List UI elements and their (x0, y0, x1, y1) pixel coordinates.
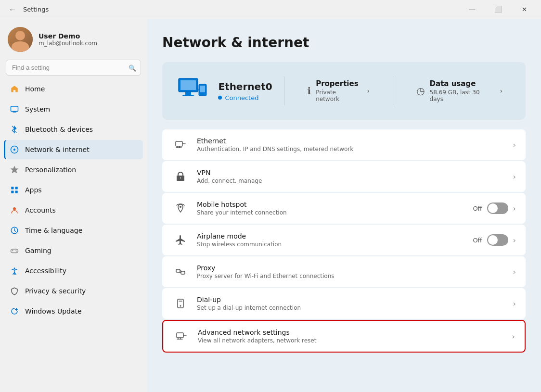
data-usage-label: Data usage (430, 79, 491, 88)
svg-point-23 (180, 305, 181, 307)
hotspot-item-sub: Share your internet connection (197, 209, 465, 216)
ethernet-adapter-icon (174, 72, 210, 110)
hotspot-toggle-knob (488, 203, 498, 213)
airplane-item-title: Airplane mode (197, 232, 465, 240)
sidebar: User Demo m_lab@outlook.com 🔍 Home (0, 19, 147, 392)
sidebar-item-home[interactable]: Home (4, 79, 143, 99)
dialup-item-sub: Set up a dial-up internet connection (197, 304, 505, 311)
svg-rect-14 (185, 92, 191, 95)
airplane-toggle[interactable] (487, 234, 508, 246)
sidebar-item-accounts-label: Accounts (25, 206, 56, 214)
hotspot-item-title: Mobile hotspot (197, 201, 465, 208)
svg-rect-8 (11, 249, 18, 253)
svg-rect-21 (181, 271, 185, 274)
dialup-icon (172, 295, 189, 312)
search-icon: 🔍 (129, 64, 136, 71)
settings-item-airplane[interactable]: Airplane mode Stop wireless communicatio… (162, 225, 526, 255)
svg-rect-0 (11, 106, 18, 112)
sidebar-item-gaming-label: Gaming (25, 247, 52, 254)
dialup-item-title: Dial-up (197, 296, 505, 303)
svg-point-19 (180, 206, 181, 208)
sidebar-item-network-label: Network & internet (25, 146, 90, 153)
proxy-chevron-icon: › (513, 267, 516, 277)
ethernet-adapter-name: Ethernet0 (218, 81, 272, 92)
svg-point-1 (13, 149, 16, 151)
settings-list: Ethernet Authentication, IP and DNS sett… (162, 129, 526, 353)
sidebar-item-update-label: Windows Update (25, 307, 82, 315)
ethernet-status: Connected (218, 94, 272, 101)
properties-label: Properties (316, 79, 358, 88)
user-name: User Demo (39, 32, 139, 40)
proxy-icon (172, 263, 189, 280)
advanced-network-icon (173, 328, 190, 345)
status-dot (218, 96, 222, 100)
hero-divider (284, 76, 284, 105)
ethernet-status-text: Connected (225, 94, 258, 101)
search-input[interactable] (6, 60, 141, 76)
settings-item-dialup[interactable]: Dial-up Set up a dial-up internet connec… (162, 288, 526, 319)
sidebar-item-privacy-label: Privacy & security (25, 287, 86, 295)
data-usage-chevron-icon: › (500, 87, 502, 95)
maximize-button[interactable]: ⬜ (487, 2, 509, 17)
close-button[interactable]: ✕ (513, 2, 535, 17)
sidebar-item-bluetooth[interactable]: Bluetooth & devices (4, 120, 143, 139)
page-title: Network & internet (162, 35, 526, 51)
apps-icon (10, 185, 19, 195)
svg-rect-20 (176, 269, 180, 272)
sidebar-item-apps-label: Apps (25, 186, 42, 194)
sidebar-item-personalization-label: Personalization (25, 166, 76, 174)
hotspot-toggle-label: Off (473, 205, 482, 212)
settings-item-vpn[interactable]: VPN Add, connect, manage › (162, 161, 526, 192)
svg-rect-5 (15, 191, 18, 193)
settings-item-advanced[interactable]: Advanced network settings View all netwo… (162, 320, 526, 353)
advanced-item-title: Advanced network settings (198, 329, 504, 336)
minimize-button[interactable]: — (461, 2, 483, 17)
vpn-item-sub: Add, connect, manage (197, 177, 505, 184)
sidebar-item-system-label: System (25, 105, 50, 113)
bluetooth-icon (10, 125, 19, 134)
settings-item-ethernet[interactable]: Ethernet Authentication, IP and DNS sett… (162, 129, 526, 160)
hotspot-toggle[interactable] (487, 202, 508, 214)
svg-point-6 (13, 207, 16, 210)
airplane-item-sub: Stop wireless communication (197, 241, 465, 248)
sidebar-item-accessibility[interactable]: Accessibility (4, 261, 143, 280)
sidebar-item-privacy[interactable]: Privacy & security (4, 281, 143, 301)
sidebar-item-time-label: Time & language (25, 227, 82, 234)
properties-section[interactable]: ℹ Properties Private network › (296, 79, 382, 102)
svg-point-9 (15, 250, 16, 251)
settings-item-proxy[interactable]: Proxy Proxy server for Wi-Fi and Etherne… (162, 256, 526, 287)
system-icon (10, 104, 19, 114)
search-box[interactable]: 🔍 (6, 60, 141, 76)
airplane-toggle-label: Off (473, 237, 482, 244)
update-icon (10, 306, 19, 316)
sidebar-item-time[interactable]: Time & language (4, 221, 143, 240)
proxy-item-title: Proxy (197, 264, 505, 272)
time-icon (10, 226, 19, 235)
properties-sub: Private network (316, 89, 358, 102)
personalization-icon (10, 165, 19, 175)
proxy-item-sub: Proxy server for Wi-Fi and Ethernet conn… (197, 273, 505, 279)
sidebar-item-accessibility-label: Accessibility (25, 267, 66, 275)
sidebar-item-gaming[interactable]: Gaming (4, 241, 143, 260)
sidebar-item-network[interactable]: Network & internet (4, 140, 143, 159)
sidebar-item-apps[interactable]: Apps (4, 180, 143, 200)
data-usage-section[interactable]: ◷ Data usage 58.69 GB, last 30 days › (405, 79, 514, 102)
svg-rect-24 (177, 333, 183, 338)
hotspot-chevron-icon: › (513, 204, 516, 213)
ethernet-icon (172, 136, 189, 153)
airplane-icon (172, 231, 189, 249)
settings-item-hotspot[interactable]: Mobile hotspot Share your internet conne… (162, 193, 526, 224)
svg-rect-18 (176, 141, 182, 146)
ethernet-hero-card[interactable]: Ethernet0 Connected ℹ Properties Private… (162, 62, 526, 120)
back-button[interactable]: ← (6, 3, 19, 16)
sidebar-item-system[interactable]: System (4, 100, 143, 119)
svg-rect-15 (182, 95, 194, 96)
vpn-chevron-icon: › (513, 172, 516, 181)
sidebar-item-personalization[interactable]: Personalization (4, 160, 143, 179)
main-content: Network & internet Ethernet0 (147, 19, 541, 392)
sidebar-item-update[interactable]: Windows Update (4, 302, 143, 321)
titlebar: ← Settings — ⬜ ✕ (0, 0, 541, 19)
user-section: User Demo m_lab@outlook.com (4, 19, 143, 58)
properties-chevron-icon: › (367, 87, 370, 95)
sidebar-item-accounts[interactable]: Accounts (4, 201, 143, 220)
